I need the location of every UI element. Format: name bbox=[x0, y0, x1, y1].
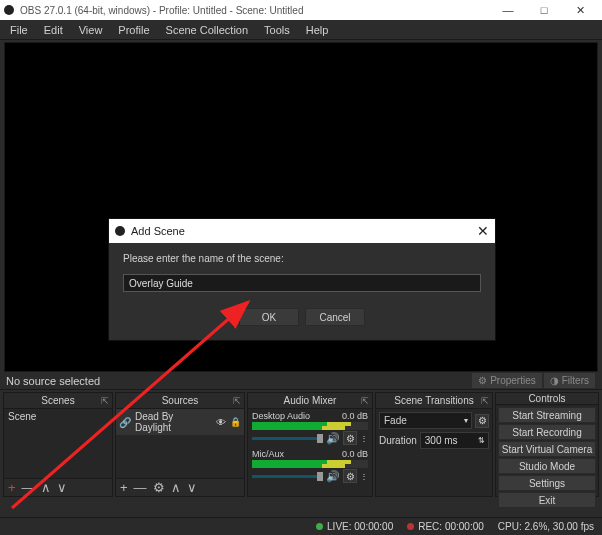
source-up-button[interactable]: ∧ bbox=[171, 480, 181, 495]
rec-status: REC: 00:00:00 bbox=[407, 521, 484, 532]
add-source-button[interactable]: + bbox=[120, 480, 128, 495]
source-item[interactable]: 🔗 Dead By Daylight 👁 🔒 bbox=[116, 409, 244, 435]
speaker-icon[interactable]: 🔊 bbox=[326, 470, 340, 483]
channel-db: 0.0 dB bbox=[342, 449, 368, 459]
obs-logo-icon bbox=[4, 5, 14, 15]
duration-label: Duration bbox=[379, 435, 417, 446]
source-down-button[interactable]: ∨ bbox=[187, 480, 197, 495]
start-recording-button[interactable]: Start Recording bbox=[498, 424, 596, 440]
menu-scene-collection[interactable]: Scene Collection bbox=[158, 24, 257, 36]
add-scene-button[interactable]: + bbox=[8, 480, 16, 495]
audio-meter bbox=[252, 422, 368, 430]
live-dot-icon bbox=[316, 523, 323, 530]
cpu-status: CPU: 2.6%, 30.00 fps bbox=[498, 521, 594, 532]
transitions-header: Scene Transitions⇱ bbox=[376, 393, 492, 409]
source-label: Dead By Daylight bbox=[135, 411, 212, 433]
transitions-panel: Scene Transitions⇱ Fade▾ ⚙ Duration 300 … bbox=[375, 392, 493, 497]
popout-icon[interactable]: ⇱ bbox=[101, 396, 109, 406]
scene-item[interactable]: Scene bbox=[4, 409, 112, 424]
live-status: LIVE: 00:00:00 bbox=[316, 521, 393, 532]
controls-header: Controls bbox=[496, 393, 598, 405]
chevron-down-icon: ▾ bbox=[464, 416, 468, 425]
remove-scene-button[interactable]: — bbox=[22, 480, 35, 495]
transition-select[interactable]: Fade▾ bbox=[379, 412, 472, 429]
speaker-icon[interactable]: 🔊 bbox=[326, 432, 340, 445]
channel-name: Desktop Audio bbox=[252, 411, 310, 421]
stepper-icon: ⇅ bbox=[478, 436, 485, 445]
studio-mode-button[interactable]: Studio Mode bbox=[498, 458, 596, 474]
scenes-header: Scenes⇱ bbox=[4, 393, 112, 409]
window-title: OBS 27.0.1 (64-bit, windows) - Profile: … bbox=[20, 5, 490, 16]
channel-gear-button[interactable]: ⚙ bbox=[343, 469, 357, 483]
dialog-titlebar: Add Scene ✕ bbox=[109, 219, 495, 243]
menu-tools[interactable]: Tools bbox=[256, 24, 298, 36]
source-toolbar: No source selected ⚙Properties ◑Filters bbox=[0, 372, 602, 390]
menu-bar: File Edit View Profile Scene Collection … bbox=[0, 20, 602, 40]
settings-button[interactable]: Settings bbox=[498, 475, 596, 491]
audio-mixer-panel: Audio Mixer⇱ Desktop Audio0.0 dB 🔊 ⚙ ⋮ M… bbox=[247, 392, 373, 497]
dialog-title: Add Scene bbox=[131, 225, 185, 237]
start-streaming-button[interactable]: Start Streaming bbox=[498, 407, 596, 423]
scene-up-button[interactable]: ∧ bbox=[41, 480, 51, 495]
minimize-button[interactable]: — bbox=[490, 0, 526, 20]
controls-panel: Controls Start Streaming Start Recording… bbox=[495, 392, 599, 497]
menu-icon[interactable]: ⋮ bbox=[360, 472, 368, 481]
eye-icon[interactable]: 👁 bbox=[216, 417, 226, 428]
audio-meter bbox=[252, 460, 368, 468]
dialog-close-button[interactable]: ✕ bbox=[477, 223, 489, 239]
status-bar: LIVE: 00:00:00 REC: 00:00:00 CPU: 2.6%, … bbox=[0, 517, 602, 535]
ok-button[interactable]: OK bbox=[239, 308, 299, 326]
gear-icon: ⚙ bbox=[478, 375, 487, 386]
mixer-channel: Desktop Audio0.0 dB 🔊 ⚙ ⋮ bbox=[248, 409, 372, 447]
dialog-prompt: Please enter the name of the scene: bbox=[123, 253, 481, 264]
properties-button[interactable]: ⚙Properties bbox=[471, 372, 543, 389]
mixer-channel: Mic/Aux0.0 dB 🔊 ⚙ ⋮ bbox=[248, 447, 372, 485]
channel-name: Mic/Aux bbox=[252, 449, 284, 459]
menu-icon[interactable]: ⋮ bbox=[360, 434, 368, 443]
transition-gear-button[interactable]: ⚙ bbox=[475, 414, 489, 428]
menu-profile[interactable]: Profile bbox=[110, 24, 157, 36]
menu-edit[interactable]: Edit bbox=[36, 24, 71, 36]
no-source-label: No source selected bbox=[6, 375, 100, 387]
exit-button[interactable]: Exit bbox=[498, 492, 596, 508]
start-virtual-camera-button[interactable]: Start Virtual Camera bbox=[498, 441, 596, 457]
scene-down-button[interactable]: ∨ bbox=[57, 480, 67, 495]
link-icon: 🔗 bbox=[119, 417, 131, 428]
filter-icon: ◑ bbox=[550, 375, 559, 386]
menu-help[interactable]: Help bbox=[298, 24, 337, 36]
popout-icon[interactable]: ⇱ bbox=[481, 396, 489, 406]
channel-gear-button[interactable]: ⚙ bbox=[343, 431, 357, 445]
sources-toolbar: + — ⚙ ∧ ∨ bbox=[116, 478, 244, 496]
lock-icon[interactable]: 🔒 bbox=[230, 417, 241, 427]
popout-icon[interactable]: ⇱ bbox=[361, 396, 369, 406]
scene-name-input[interactable] bbox=[123, 274, 481, 292]
mixer-header: Audio Mixer⇱ bbox=[248, 393, 372, 409]
window-titlebar: OBS 27.0.1 (64-bit, windows) - Profile: … bbox=[0, 0, 602, 20]
filters-button[interactable]: ◑Filters bbox=[543, 372, 596, 389]
maximize-button[interactable]: □ bbox=[526, 0, 562, 20]
menu-file[interactable]: File bbox=[2, 24, 36, 36]
volume-slider[interactable] bbox=[252, 475, 323, 478]
scenes-toolbar: + — ∧ ∨ bbox=[4, 478, 112, 496]
sources-header: Sources⇱ bbox=[116, 393, 244, 409]
scenes-panel: Scenes⇱ Scene + — ∧ ∨ bbox=[3, 392, 113, 497]
rec-dot-icon bbox=[407, 523, 414, 530]
cancel-button[interactable]: Cancel bbox=[305, 308, 365, 326]
popout-icon[interactable]: ⇱ bbox=[233, 396, 241, 406]
sources-panel: Sources⇱ 🔗 Dead By Daylight 👁 🔒 + — ⚙ ∧ … bbox=[115, 392, 245, 497]
duration-input[interactable]: 300 ms⇅ bbox=[420, 432, 489, 449]
volume-slider[interactable] bbox=[252, 437, 323, 440]
menu-view[interactable]: View bbox=[71, 24, 111, 36]
remove-source-button[interactable]: — bbox=[134, 480, 147, 495]
source-settings-button[interactable]: ⚙ bbox=[153, 480, 165, 495]
channel-db: 0.0 dB bbox=[342, 411, 368, 421]
close-button[interactable]: ✕ bbox=[562, 0, 598, 20]
add-scene-dialog: Add Scene ✕ Please enter the name of the… bbox=[108, 218, 496, 341]
obs-logo-icon bbox=[115, 226, 125, 236]
